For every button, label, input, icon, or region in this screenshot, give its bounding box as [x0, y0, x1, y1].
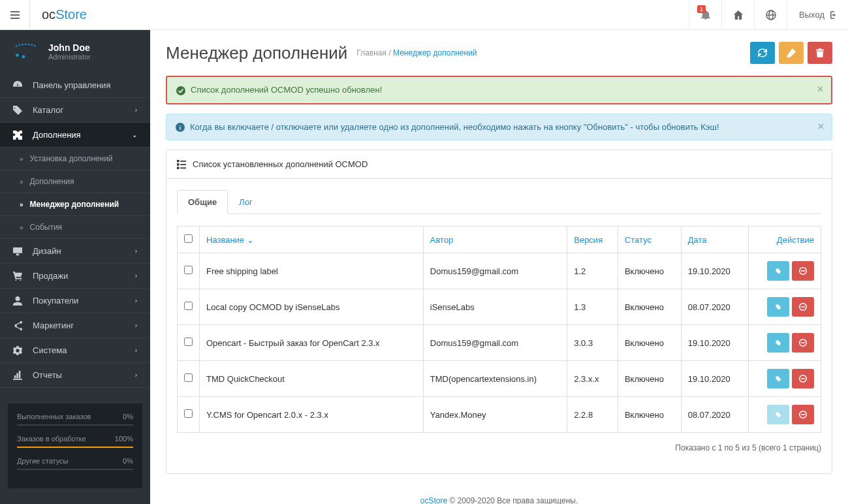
- chevron-right-icon: ›: [135, 247, 137, 255]
- select-all-checkbox[interactable]: [184, 234, 193, 243]
- row-checkbox[interactable]: [184, 266, 193, 274]
- col-status-header[interactable]: Статус: [618, 227, 681, 253]
- col-name-header[interactable]: Название ⌄: [200, 227, 424, 253]
- home-button[interactable]: [721, 0, 754, 30]
- svg-point-4: [176, 86, 185, 95]
- tabs: Общие Лог: [177, 189, 821, 214]
- table-row: Y.CMS for Opencart 2.0.x - 2.3.xYandex.M…: [178, 397, 821, 433]
- sub-nav-events[interactable]: »События: [0, 216, 150, 239]
- cell-date: 08.07.2020: [681, 289, 748, 325]
- link-button[interactable]: [767, 369, 789, 388]
- sub-nav-modifications[interactable]: »Менеджер дополнений: [0, 193, 150, 216]
- tab-general[interactable]: Общие: [177, 190, 228, 214]
- nav-customers[interactable]: Покупатели›: [0, 289, 150, 313]
- cell-name: TMD QuickCheckout: [200, 361, 424, 397]
- close-alert-button[interactable]: ×: [817, 84, 823, 95]
- page-header: Менеджер дополнений Главная / Менеджер д…: [150, 30, 848, 76]
- progress-bar: [17, 469, 133, 470]
- breadcrumb: Главная / Менеджер дополнений: [356, 48, 477, 57]
- cell-version: 1.3: [567, 289, 618, 325]
- close-alert-button[interactable]: ×: [818, 121, 824, 133]
- row-checkbox[interactable]: [184, 338, 193, 346]
- disable-button[interactable]: [792, 333, 814, 353]
- breadcrumb-current[interactable]: Менеджер дополнений: [393, 48, 477, 57]
- nav-label: Дизайн: [33, 246, 61, 256]
- list-icon: [177, 160, 186, 169]
- nav-design[interactable]: Дизайн›: [0, 239, 150, 264]
- store-front-button[interactable]: [754, 0, 787, 30]
- user-role: Administrator: [48, 53, 91, 61]
- nav-system[interactable]: Система›: [0, 338, 150, 363]
- stat-value: 0%: [123, 413, 133, 420]
- nav-sales[interactable]: Продажи›: [0, 264, 150, 289]
- stat-label: Выполненных заказов: [17, 413, 91, 420]
- desktop-icon: [13, 247, 26, 256]
- user-icon: [13, 42, 39, 61]
- col-author-header[interactable]: Автор: [423, 227, 567, 253]
- logout-button[interactable]: Выход: [787, 0, 848, 30]
- refresh-button[interactable]: [750, 42, 775, 64]
- disable-button[interactable]: [792, 369, 814, 388]
- row-checkbox[interactable]: [184, 302, 193, 310]
- delete-button[interactable]: [808, 42, 832, 64]
- table-row: Opencart - Быстрый заказ for OpenCart 2.…: [178, 325, 821, 361]
- progress-bar: [17, 424, 133, 426]
- clear-button[interactable]: [779, 42, 804, 64]
- minus-circle-icon: [799, 267, 807, 275]
- nav-catalog[interactable]: Каталог›: [0, 98, 150, 123]
- table-row: TMD QuickCheckoutTMD(opencartextensions.…: [178, 361, 821, 397]
- stats-box: Выполненных заказов0% Заказов в обработк…: [8, 403, 142, 488]
- nav-dashboard[interactable]: Панель управления: [0, 73, 150, 98]
- link-button[interactable]: [767, 261, 789, 281]
- sidebar-toggle[interactable]: [0, 0, 30, 30]
- nav-extensions[interactable]: Дополнения⌄: [0, 123, 150, 148]
- breadcrumb-home[interactable]: Главная: [356, 48, 386, 57]
- panel-heading: Список установленных дополнений OCMOD: [166, 150, 832, 179]
- chevron-icon: »: [20, 155, 24, 163]
- link-button[interactable]: [767, 333, 789, 353]
- col-version-header[interactable]: Версия: [567, 227, 618, 253]
- disable-button[interactable]: [792, 297, 814, 317]
- tab-log[interactable]: Лог: [228, 190, 264, 214]
- footer-brand[interactable]: ocStore: [420, 496, 447, 504]
- row-checkbox[interactable]: [184, 373, 193, 382]
- chevron-icon: »: [20, 224, 24, 231]
- nav-label: Панель управления: [33, 80, 110, 90]
- cell-version: 1.2: [567, 253, 618, 289]
- alert-text: Список дополнений OCMOD успешно обновлен…: [191, 85, 382, 95]
- cell-date: 19.10.2020: [681, 361, 748, 397]
- info-icon: i: [176, 122, 185, 133]
- chevron-right-icon: ›: [135, 106, 137, 114]
- sub-nav-installer[interactable]: »Установка дополнений: [0, 148, 150, 170]
- page-title: Менеджер дополнений: [166, 43, 347, 63]
- stat-value: 100%: [115, 435, 133, 443]
- share-icon: [13, 321, 26, 330]
- stat-value: 0%: [123, 457, 133, 465]
- chevron-right-icon: ›: [135, 371, 137, 379]
- nav-label: Продажи: [33, 271, 68, 281]
- cell-version: 3.0.3: [567, 325, 618, 361]
- nav-reports[interactable]: Отчеты›: [0, 363, 150, 388]
- link-button[interactable]: [767, 405, 789, 424]
- puzzle-icon: [13, 131, 26, 140]
- table-row: Local copy OCMOD by iSenseLabsiSenseLabs…: [178, 289, 821, 325]
- cell-name: Y.CMS for Opencart 2.0.x - 2.3.x: [200, 397, 424, 433]
- table-row: Free shipping labelDomus159@gmail.com1.2…: [178, 253, 821, 289]
- eraser-icon: [787, 48, 796, 57]
- disable-button[interactable]: [792, 261, 814, 281]
- disable-button[interactable]: [792, 405, 814, 424]
- sort-asc-icon: ⌄: [247, 235, 254, 245]
- home-icon: [734, 10, 743, 20]
- col-date-header[interactable]: Дата: [681, 227, 748, 253]
- sub-nav-extensions[interactable]: »Дополнения: [0, 170, 150, 193]
- nav-marketing[interactable]: Маркетинг›: [0, 313, 150, 338]
- notifications-button[interactable]: 1: [689, 0, 721, 30]
- tag-icon: [13, 106, 26, 115]
- link-button[interactable]: [767, 297, 789, 317]
- logo[interactable]: ocStore: [30, 7, 99, 22]
- user-icon: [13, 296, 26, 306]
- svg-point-3: [22, 55, 25, 59]
- chevron-right-icon: ›: [135, 347, 137, 354]
- link-icon: [774, 375, 782, 383]
- row-checkbox[interactable]: [184, 409, 193, 418]
